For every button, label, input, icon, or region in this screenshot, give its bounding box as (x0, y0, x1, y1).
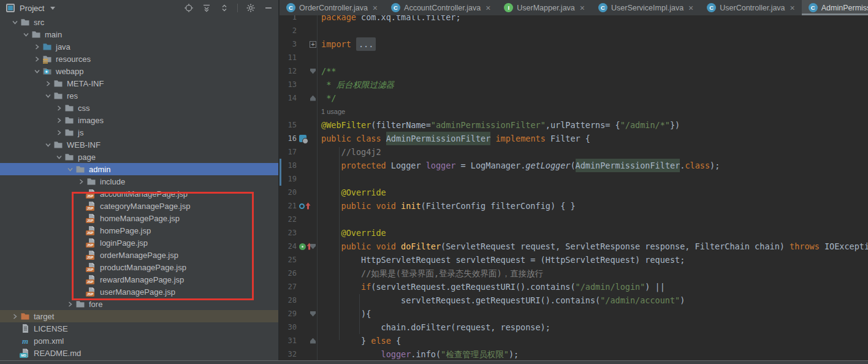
line-number[interactable]: 29 (282, 309, 297, 318)
locate-icon[interactable] (184, 3, 194, 13)
gutter-class-icon[interactable] (297, 135, 309, 142)
code-text: HttpServletRequest servletRequest = (Htt… (317, 253, 868, 267)
line-number[interactable]: 24 (282, 242, 297, 251)
fold-marker-down[interactable] (309, 69, 317, 74)
editor-tab-UserServiceImpl.java[interactable]: CUserServiceImpl.java× (592, 0, 700, 15)
chevron-expanded-icon[interactable] (43, 142, 53, 148)
chevron-collapsed-icon[interactable] (10, 314, 20, 319)
line-number[interactable]: 23 (282, 229, 297, 237)
line-number[interactable]: 26 (282, 269, 297, 278)
tree-item-rewardManagePage.jsp[interactable]: JSPrewardManagePage.jsp (0, 273, 278, 286)
line-number[interactable]: 17 (282, 148, 297, 156)
chevron-expanded-icon[interactable] (10, 20, 20, 25)
line-number[interactable]: 19 (282, 175, 297, 183)
line-number[interactable]: 3 (282, 40, 297, 48)
gutter-ovr-green-icon[interactable] (297, 243, 309, 250)
line-number[interactable]: 15 (282, 121, 297, 129)
tree-item-images[interactable]: images (0, 114, 278, 126)
tree-item-target[interactable]: target (0, 310, 278, 322)
chevron-expanded-icon[interactable] (43, 93, 53, 99)
chevron-collapsed-icon[interactable] (54, 130, 64, 135)
tree-item-README.md[interactable]: MDREADME.md (0, 347, 278, 359)
tree-item-js[interactable]: js (0, 126, 278, 138)
tree-item-loginPage.jsp[interactable]: JSPloginPage.jsp (0, 237, 278, 249)
code-area[interactable]: 1package com.xq.tmall.filter;23+import .… (280, 0, 868, 360)
tree-item-res[interactable]: res (0, 89, 278, 102)
close-icon[interactable]: × (790, 4, 795, 12)
tree-item-homePage.jsp[interactable]: JSPhomePage.jsp (0, 224, 278, 237)
editor-tab-OrderController.java[interactable]: COrderController.java× (280, 0, 384, 15)
tree-item-pom.xml[interactable]: mpom.xml (0, 335, 278, 347)
hide-panel-icon[interactable] (264, 3, 273, 13)
line-number[interactable]: 27 (282, 282, 297, 291)
tree-item-productManagePage.jsp[interactable]: JSPproductManagePage.jsp (0, 261, 278, 273)
tree-item-java[interactable]: java (0, 40, 278, 53)
gutter-ovr-blue-icon[interactable] (297, 202, 309, 210)
fold-marker-down[interactable] (309, 311, 317, 317)
tree-item-css[interactable]: css (0, 102, 278, 114)
tree-item-LICENSE[interactable]: LICENSE (0, 322, 278, 335)
chevron-collapsed-icon[interactable] (32, 56, 42, 62)
tree-item-fore[interactable]: fore (0, 298, 278, 310)
chevron-collapsed-icon[interactable] (54, 118, 64, 123)
line-number[interactable]: 20 (282, 188, 297, 197)
expand-all-icon[interactable] (202, 3, 211, 13)
line-number[interactable]: 16 (282, 134, 297, 143)
line-number[interactable]: 21 (282, 202, 297, 210)
code-inlay-line: 1 usage (280, 105, 868, 118)
tree-item-admin[interactable]: admin (0, 163, 278, 175)
editor-tab-UserMapper.java[interactable]: IUserMapper.java× (497, 0, 592, 15)
tree-item-userManagePage.jsp[interactable]: JSPuserManagePage.jsp (0, 286, 278, 298)
chevron-collapsed-icon[interactable] (54, 105, 64, 111)
tree-item-homeManagePage.jsp[interactable]: JSPhomeManagePage.jsp (0, 212, 278, 224)
chevron-expanded-icon[interactable] (32, 69, 42, 74)
line-number[interactable]: 31 (282, 336, 297, 345)
editor-tab-UserController.java[interactable]: CUserController.java× (700, 0, 801, 15)
line-number[interactable]: 28 (282, 296, 297, 305)
fold-marker-up[interactable] (309, 96, 317, 101)
fold-marker-up[interactable] (309, 338, 317, 344)
chevron-expanded-icon[interactable] (65, 167, 75, 172)
tree-item-META-INF[interactable]: META-INF (0, 77, 278, 89)
tree-item-WEB-INF[interactable]: WEB-INF (0, 138, 278, 151)
project-view-selector[interactable]: Project (20, 4, 44, 13)
chevron-expanded-icon[interactable] (21, 32, 31, 37)
line-number[interactable]: 13 (282, 80, 297, 89)
tree-item-categoryManagePage.jsp[interactable]: JSPcategoryManagePage.jsp (0, 200, 278, 212)
tree-item-src[interactable]: src (0, 16, 278, 28)
tree-item-accountManagePage.jsp[interactable]: JSPaccountManagePage.jsp (0, 188, 278, 200)
line-number[interactable]: 32 (282, 350, 297, 358)
chevron-collapsed-icon[interactable] (76, 179, 86, 184)
line-number[interactable]: 12 (282, 67, 297, 75)
settings-gear-icon[interactable] (246, 3, 256, 13)
line-number[interactable]: 14 (282, 94, 297, 102)
fold-marker-down[interactable] (309, 244, 317, 249)
close-icon[interactable]: × (485, 4, 490, 12)
line-number[interactable]: 2 (282, 26, 297, 35)
chevron-expanded-icon[interactable] (54, 154, 64, 160)
tree-item-webapp[interactable]: webapp (0, 65, 278, 77)
tree-item-label: fore (89, 300, 102, 309)
fold-marker-plus[interactable]: + (309, 41, 317, 48)
close-icon[interactable]: × (580, 4, 585, 12)
tree-item-page[interactable]: page (0, 151, 278, 163)
line-number[interactable]: 22 (282, 215, 297, 224)
line-number[interactable]: 11 (282, 53, 297, 62)
close-icon[interactable]: × (373, 4, 378, 12)
chevron-collapsed-icon[interactable] (65, 301, 75, 307)
chevron-collapsed-icon[interactable] (32, 44, 42, 50)
tree-item-label: js (78, 128, 83, 137)
chevron-down-icon[interactable] (50, 7, 55, 10)
collapse-all-icon[interactable] (219, 3, 229, 13)
tree-item-orderManagePage.jsp[interactable]: JSPorderManagePage.jsp (0, 249, 278, 261)
chevron-collapsed-icon[interactable] (43, 81, 53, 86)
editor-tab-AdminPermission[interactable]: CAdminPermission (802, 0, 868, 15)
tree-item-main[interactable]: main (0, 28, 278, 40)
close-icon[interactable]: × (688, 4, 693, 12)
line-number[interactable]: 30 (282, 323, 297, 332)
editor-tab-AccountController.java[interactable]: CAccountController.java× (384, 0, 497, 15)
tree-item-resources[interactable]: resources (0, 53, 278, 65)
tree-item-include[interactable]: include (0, 175, 278, 188)
line-number[interactable]: 18 (282, 161, 297, 170)
line-number[interactable]: 25 (282, 256, 297, 264)
